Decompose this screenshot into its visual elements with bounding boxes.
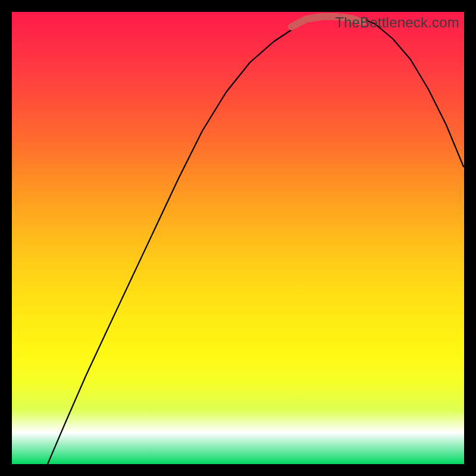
- chart-svg: [12, 12, 464, 464]
- watermark-text: TheBottleneck.com: [335, 14, 459, 31]
- bottleneck-curve: [48, 16, 464, 464]
- chart-frame: TheBottleneck.com: [12, 12, 464, 464]
